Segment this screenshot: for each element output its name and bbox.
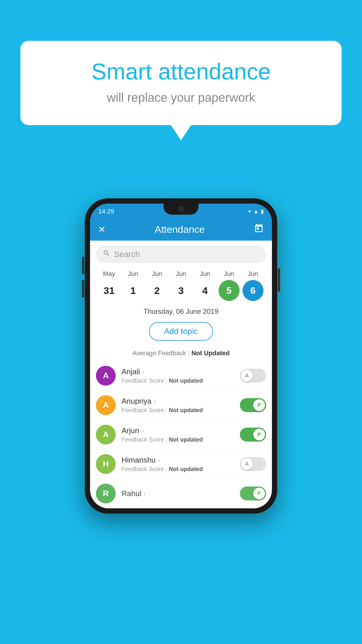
cal-date-wrapper-5[interactable]: 5 <box>217 280 241 301</box>
toggle-anupriya[interactable]: P <box>240 398 266 412</box>
cal-date-wrapper-6[interactable]: 6 <box>241 280 265 301</box>
phone-camera <box>178 206 184 212</box>
chevron-anupriya: › <box>154 398 156 405</box>
cal-month-0: May <box>97 270 121 278</box>
speech-bubble-subtext: will replace your paperwork <box>44 91 318 105</box>
attendance-toggle-himanshu[interactable]: A <box>240 457 266 471</box>
student-info-himanshu: Himanshu › Feedback Score : Not updated <box>122 456 240 473</box>
calendar-strip[interactable]: May Jun Jun Jun Jun Jun Jun 31 1 <box>90 268 272 303</box>
app-bar-title: Attendance <box>154 224 205 235</box>
avatar-himanshu: H <box>96 454 116 474</box>
search-icon <box>103 249 110 259</box>
average-feedback-label: Average Feedback : <box>132 349 190 357</box>
cal-date-wrapper-4[interactable]: 4 <box>193 285 217 296</box>
cal-month-4: Jun <box>193 270 217 278</box>
phone-notch <box>164 204 198 215</box>
close-button[interactable]: ✕ <box>98 224 106 235</box>
student-info-arjun: Arjun › Feedback Score : Not updated <box>122 426 240 443</box>
cal-date-2[interactable]: 2 <box>145 285 169 296</box>
cal-date-4[interactable]: 4 <box>193 285 217 296</box>
phone-outer: 14:29 ▾ ▲ ▮ ✕ Attendance <box>85 198 277 514</box>
signal-icon: ▲ <box>253 209 259 215</box>
average-feedback-value: Not Updated <box>191 349 230 357</box>
student-info-anjali: Anjali › Feedback Score : Not updated <box>122 367 240 384</box>
cal-month-5: Jun <box>217 270 241 278</box>
student-info-anupriya: Anupriya › Feedback Score : Not updated <box>122 397 240 414</box>
feedback-anupriya: Feedback Score : Not updated <box>122 407 240 414</box>
average-feedback: Average Feedback : Not Updated <box>90 346 272 361</box>
speech-bubble: Smart attendance will replace your paper… <box>20 41 342 125</box>
phone-mockup: 14:29 ▾ ▲ ▮ ✕ Attendance <box>85 198 277 514</box>
calendar-dates: 31 1 2 3 4 5 <box>95 278 267 303</box>
student-item-himanshu[interactable]: H Himanshu › Feedback Score : Not update… <box>96 449 266 479</box>
add-topic-container: Add topic <box>90 318 272 346</box>
toggle-knob-anupriya: P <box>253 399 265 411</box>
cal-date-wrapper-3[interactable]: 3 <box>169 285 193 296</box>
attendance-toggle-arjun[interactable]: P <box>240 428 266 442</box>
volume-button-1 <box>82 257 84 274</box>
student-item-anupriya[interactable]: A Anupriya › Feedback Score : Not update… <box>96 391 266 420</box>
student-name-arjun[interactable]: Arjun › <box>122 426 240 435</box>
attendance-toggle-anjali[interactable]: A <box>240 369 266 383</box>
status-icons: ▾ ▲ ▮ <box>248 208 264 215</box>
chevron-himanshu: › <box>158 457 160 463</box>
student-name-anupriya[interactable]: Anupriya › <box>122 397 240 406</box>
toggle-knob-himanshu: A <box>241 458 253 470</box>
student-item-anjali[interactable]: A Anjali › Feedback Score : Not updated <box>96 361 266 391</box>
chevron-rahul: › <box>144 490 146 497</box>
toggle-anjali[interactable]: A <box>240 369 266 383</box>
avatar-anjali: A <box>96 366 116 386</box>
feedback-anjali: Feedback Score : Not updated <box>122 377 240 384</box>
power-button <box>278 268 280 292</box>
chevron-arjun: › <box>142 427 144 434</box>
chevron-anjali: › <box>143 368 145 375</box>
cal-date-wrapper-0[interactable]: 31 <box>97 285 121 296</box>
avatar-arjun: A <box>96 425 116 444</box>
cal-month-2: Jun <box>145 270 169 278</box>
student-item-rahul[interactable]: R Rahul › P <box>96 479 266 508</box>
cal-date-1[interactable]: 1 <box>121 285 145 296</box>
cal-date-6-selected[interactable]: 6 <box>242 280 263 301</box>
battery-icon: ▮ <box>261 208 264 215</box>
avatar-anupriya: A <box>96 395 116 415</box>
toggle-arjun[interactable]: P <box>240 428 266 442</box>
volume-button-2 <box>82 280 84 298</box>
calendar-icon[interactable] <box>254 223 264 235</box>
wifi-icon: ▾ <box>248 208 251 215</box>
cal-month-6: Jun <box>241 270 265 278</box>
avatar-rahul: R <box>96 484 116 503</box>
cal-date-31[interactable]: 31 <box>97 285 121 296</box>
search-bar[interactable]: Search <box>96 245 266 263</box>
toggle-rahul[interactable]: P <box>240 487 266 501</box>
student-list: A Anjali › Feedback Score : Not updated <box>90 361 272 508</box>
speech-bubble-heading: Smart attendance <box>44 58 318 85</box>
toggle-knob-anjali: A <box>241 370 253 382</box>
student-name-anjali[interactable]: Anjali › <box>122 367 240 376</box>
calendar-months: May Jun Jun Jun Jun Jun Jun <box>95 270 267 278</box>
cal-date-wrapper-1[interactable]: 1 <box>121 285 145 296</box>
toggle-himanshu[interactable]: A <box>240 457 266 471</box>
cal-date-3[interactable]: 3 <box>169 285 193 296</box>
add-topic-button[interactable]: Add topic <box>149 322 213 341</box>
student-name-rahul[interactable]: Rahul › <box>122 489 240 498</box>
phone-screen: 14:29 ▾ ▲ ▮ ✕ Attendance <box>90 204 272 508</box>
student-item-arjun[interactable]: A Arjun › Feedback Score : Not updated <box>96 420 266 449</box>
speech-bubble-container: Smart attendance will replace your paper… <box>20 41 342 125</box>
status-time: 14:29 <box>98 208 114 215</box>
attendance-toggle-rahul[interactable]: P <box>240 487 266 501</box>
cal-month-3: Jun <box>169 270 193 278</box>
selected-date-label: Thursday, 06 June 2019 <box>90 303 272 318</box>
cal-month-1: Jun <box>121 270 145 278</box>
search-placeholder: Search <box>114 250 140 259</box>
student-info-rahul: Rahul › <box>122 489 240 498</box>
attendance-toggle-anupriya[interactable]: P <box>240 398 266 412</box>
toggle-knob-arjun: P <box>253 429 265 440</box>
app-bar: ✕ Attendance <box>90 218 272 241</box>
cal-date-5-today[interactable]: 5 <box>219 280 240 301</box>
toggle-knob-rahul: P <box>253 488 265 499</box>
feedback-arjun: Feedback Score : Not updated <box>122 436 240 443</box>
student-name-himanshu[interactable]: Himanshu › <box>122 456 240 465</box>
cal-date-wrapper-2[interactable]: 2 <box>145 285 169 296</box>
feedback-himanshu: Feedback Score : Not updated <box>122 466 240 473</box>
